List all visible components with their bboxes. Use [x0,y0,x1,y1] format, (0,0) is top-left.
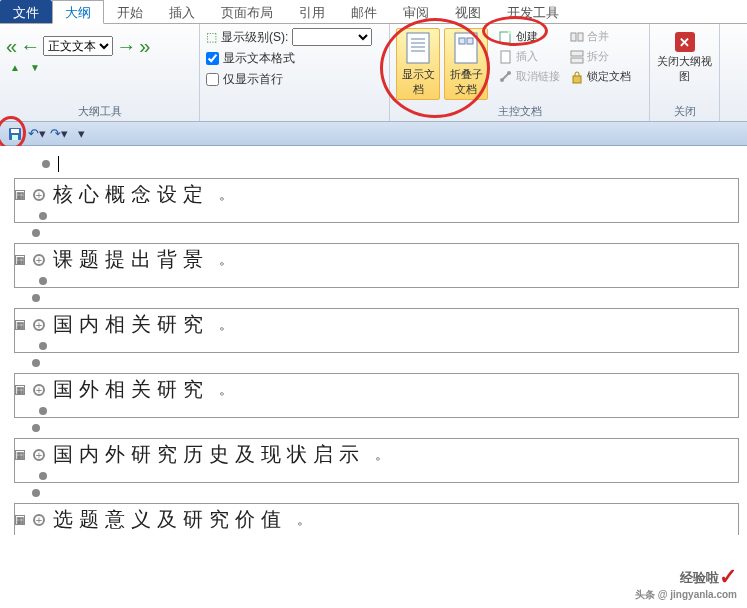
tab-insert[interactable]: 插入 [156,0,208,23]
save-button[interactable] [6,125,24,143]
show-format-check[interactable]: 显示文本格式 [206,50,372,67]
svg-rect-16 [573,76,581,83]
insert-subdoc-button[interactable]: 插入 [496,48,563,65]
heading-text: 国内相关研究 [53,311,209,338]
lock-button[interactable]: 锁定文档 [567,68,634,85]
sub-row [15,340,738,352]
qat-customize[interactable]: ▾ [72,125,90,143]
tab-outline[interactable]: 大纲 [52,0,104,24]
move-up-icon[interactable]: ▲ [10,62,20,73]
collapse-icon [452,31,480,65]
move-down-icon[interactable]: ▼ [30,62,40,73]
first-line-check[interactable]: 仅显示首行 [206,71,372,88]
show-format-checkbox[interactable] [206,52,219,65]
group-close: ✕ 关闭大纲视图 关闭 [650,24,720,121]
expand-icon[interactable]: ▦ [15,515,25,525]
outline-row[interactable]: ▦ + 选题意义及研究价值 。 [15,504,738,535]
outline-box: ▦ + 课题提出背景 。 [14,243,739,288]
heading-bullet-icon[interactable]: + [33,189,45,201]
merge-button[interactable]: 合并 [567,28,634,45]
heading-bullet-icon[interactable]: + [33,514,45,526]
svg-rect-15 [571,58,583,63]
outline-row[interactable]: ▦ + 国内外研究历史及现状启示 。 [15,439,738,470]
undo-button[interactable]: ↶▾ [28,125,46,143]
outline-row[interactable]: ▦ + 国内相关研究 。 [15,309,738,340]
promote-icon[interactable]: ← [20,36,40,56]
outline-box: ▦ + 国内相关研究 。 [14,308,739,353]
heading-text: 国内外研究历史及现状启示 [53,441,365,468]
sep-row [8,357,739,369]
svg-point-11 [507,71,511,75]
tab-review[interactable]: 审阅 [390,0,442,23]
show-document-button[interactable]: 显示文档 [396,28,440,100]
create-button[interactable]: 创建 [496,28,563,45]
expand-icon[interactable]: ▦ [15,320,25,330]
collapse-subdoc-button[interactable]: 折叠子文档 [444,28,488,100]
svg-rect-0 [407,33,429,63]
sep-row [8,487,739,499]
sub-row [15,405,738,417]
expand-icon[interactable]: ▦ [15,255,25,265]
outline-level-select[interactable]: 正文文本 [43,36,113,56]
heading-trail: 。 [297,511,311,529]
expand-icon[interactable]: ▦ [15,190,25,200]
show-level-select[interactable] [292,28,372,46]
first-line-checkbox[interactable] [206,73,219,86]
bullet-dot [32,229,40,237]
bullet-dot [32,489,40,497]
svg-rect-14 [571,51,583,56]
tab-file[interactable]: 文件 [0,0,52,23]
tab-developer[interactable]: 开发工具 [494,0,572,23]
sub-row [15,275,738,287]
heading-bullet-icon[interactable]: + [33,384,45,396]
outline-box: ▦ + 核心概念设定 。 [14,178,739,223]
tab-home[interactable]: 开始 [104,0,156,23]
sub-row [15,210,738,222]
check-icon: ✓ [719,564,737,590]
bullet-dot [39,342,47,350]
demote-icon[interactable]: → [116,36,136,56]
svg-rect-13 [578,33,583,41]
svg-rect-9 [501,51,510,63]
tab-mail[interactable]: 邮件 [338,0,390,23]
watermark: 经验啦✓ 头条 @ jingyanla.com [635,562,737,602]
svg-point-10 [500,78,504,82]
lock-icon [570,70,584,84]
redo-button[interactable]: ↷▾ [50,125,68,143]
tab-view[interactable]: 视图 [442,0,494,23]
tab-reference[interactable]: 引用 [286,0,338,23]
promote-to-top-icon[interactable]: « [6,36,17,56]
split-button[interactable]: 拆分 [567,48,634,65]
outline-row[interactable]: ▦ + 国外相关研究 。 [15,374,738,405]
heading-text: 选题意义及研究价值 [53,506,287,533]
bullet-dot [32,359,40,367]
svg-rect-12 [571,33,576,41]
expand-icon[interactable]: ▦ [15,450,25,460]
heading-bullet-icon[interactable]: + [33,449,45,461]
create-icon [499,30,513,44]
group-outline-tools: « ← 正文文本 → » ▲ ▼ 大纲工具 [0,24,200,121]
insert-doc-icon [499,50,513,64]
outline-row[interactable]: ▦ + 核心概念设定 。 [15,179,738,210]
demote-to-body-icon[interactable]: » [139,36,150,56]
heading-trail: 。 [219,186,233,204]
bullet-dot [42,160,50,168]
close-outline-button[interactable]: ✕ 关闭大纲视图 [656,28,713,84]
heading-bullet-icon[interactable]: + [33,319,45,331]
heading-trail: 。 [219,251,233,269]
show-level-row[interactable]: ⬚ 显示级别(S): [206,28,372,46]
bullet-dot [39,212,47,220]
bullet-dot [39,407,47,415]
tab-page-layout[interactable]: 页面布局 [208,0,286,23]
heading-trail: 。 [219,381,233,399]
heading-text: 国外相关研究 [53,376,209,403]
outline-row[interactable]: ▦ + 课题提出背景 。 [15,244,738,275]
bullet-dot [39,277,47,285]
text-cursor[interactable] [58,156,59,172]
ribbon-tabs: 文件 大纲 开始 插入 页面布局 引用 邮件 审阅 视图 开发工具 [0,0,747,24]
heading-trail: 。 [375,446,389,464]
expand-icon[interactable]: ▦ [15,385,25,395]
heading-bullet-icon[interactable]: + [33,254,45,266]
quick-access-toolbar: ↶▾ ↷▾ ▾ [0,122,747,146]
unlink-button[interactable]: 取消链接 [496,68,563,85]
